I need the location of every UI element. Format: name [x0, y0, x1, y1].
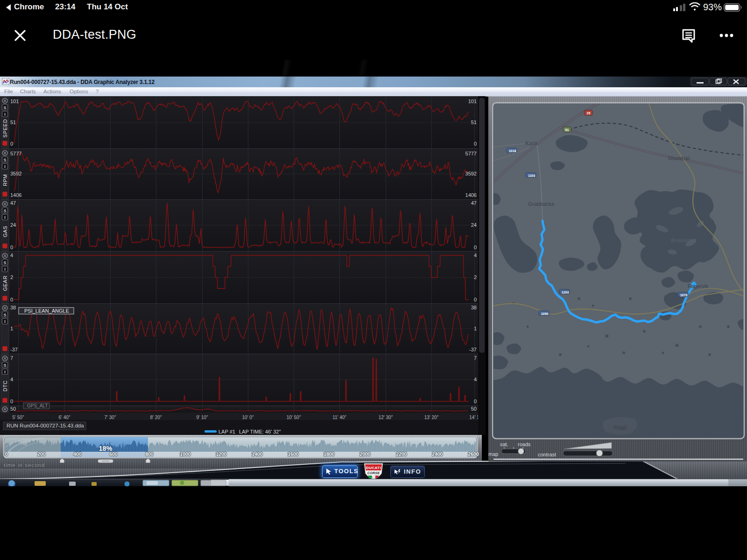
- svg-text:1: 1: [474, 326, 477, 331]
- svg-text:I: I: [4, 370, 6, 374]
- svg-text:1200: 1200: [216, 451, 227, 457]
- svg-text:GPS_ALT: GPS_ALT: [27, 403, 48, 408]
- svg-text:2400: 2400: [432, 451, 443, 457]
- svg-text:Fagervik: Fagervik: [688, 283, 708, 289]
- svg-text:24: 24: [471, 222, 477, 228]
- svg-text:1103: 1103: [528, 174, 535, 177]
- svg-text:0: 0: [10, 399, 13, 404]
- svg-text:I: I: [4, 319, 6, 324]
- svg-text:7: 7: [10, 355, 13, 361]
- svg-text:1600: 1600: [288, 451, 299, 457]
- svg-text:-37: -37: [469, 347, 477, 352]
- svg-text:4: 4: [10, 377, 13, 382]
- svg-text:LAP TIME: 46' 32″: LAP TIME: 46' 32″: [239, 429, 281, 434]
- svg-text:18%: 18%: [99, 445, 112, 452]
- svg-text:DTC: DTC: [2, 380, 8, 392]
- svg-text:Rågö: Rågö: [614, 425, 627, 430]
- svg-text:SPEED: SPEED: [2, 119, 8, 138]
- svg-text:sat.: sat.: [500, 441, 508, 447]
- svg-text:I: I: [4, 164, 6, 169]
- svg-text:S: S: [3, 209, 6, 213]
- svg-text:I: I: [4, 215, 6, 220]
- svg-text:S: S: [3, 313, 6, 317]
- svg-text:1203: 1203: [562, 291, 569, 294]
- svg-text:51: 51: [10, 119, 16, 125]
- svg-text:0: 0: [474, 399, 477, 404]
- svg-text:1406: 1406: [10, 192, 21, 198]
- svg-text:38: 38: [10, 305, 16, 310]
- svg-text:1070: 1070: [680, 294, 688, 297]
- svg-text:map: map: [488, 451, 498, 457]
- svg-text:6' 40″: 6' 40″: [59, 415, 70, 420]
- svg-text:51: 51: [565, 128, 569, 132]
- svg-text:12' 30″: 12' 30″: [379, 415, 393, 420]
- svg-text:0: 0: [474, 297, 477, 302]
- svg-text:4: 4: [10, 252, 13, 258]
- svg-text:0: 0: [474, 141, 477, 147]
- svg-text:7' 30″: 7' 30″: [105, 415, 116, 420]
- svg-text:0: 0: [10, 297, 13, 302]
- svg-text:101: 101: [468, 98, 477, 104]
- svg-text:47: 47: [471, 200, 477, 206]
- svg-text:GAS: GAS: [2, 226, 8, 238]
- svg-text:PSI_LEAN_ANGLE: PSI_LEAN_ANGLE: [24, 308, 69, 314]
- svg-text:S: S: [3, 105, 6, 110]
- svg-text:S: S: [3, 158, 6, 162]
- svg-text:10' 0″: 10' 0″: [242, 415, 254, 420]
- svg-text:0: 0: [10, 245, 13, 250]
- svg-text:0: 0: [474, 245, 477, 250]
- svg-text:Brukträsket: Brukträsket: [671, 238, 696, 243]
- svg-text:4: 4: [474, 377, 477, 382]
- svg-text:1400: 1400: [252, 451, 263, 457]
- svg-text:101: 101: [10, 98, 19, 104]
- svg-text:3592: 3592: [465, 171, 477, 176]
- svg-text:DUCATI: DUCATI: [366, 466, 381, 470]
- svg-text:50: 50: [10, 406, 16, 412]
- svg-text:5777: 5777: [10, 151, 21, 156]
- svg-text:Grabbacka: Grabbacka: [528, 201, 555, 207]
- svg-text:4: 4: [474, 252, 477, 258]
- svg-text:2200: 2200: [396, 451, 407, 457]
- svg-text:1: 1: [10, 326, 13, 331]
- svg-text:1000: 1000: [180, 451, 191, 457]
- svg-text:800: 800: [145, 451, 154, 457]
- svg-text:1406: 1406: [465, 192, 477, 198]
- svg-text:RPM: RPM: [2, 174, 8, 186]
- svg-text:47: 47: [10, 200, 16, 206]
- svg-text:S: S: [3, 363, 6, 368]
- svg-text:8' 20″: 8' 20″: [150, 415, 162, 420]
- svg-text:11' 40″: 11' 40″: [332, 415, 346, 420]
- svg-text:9' 10″: 9' 10″: [197, 415, 208, 420]
- svg-text:200: 200: [37, 451, 46, 457]
- svg-text:25: 25: [587, 112, 591, 115]
- svg-text:CORSE: CORSE: [367, 471, 380, 475]
- svg-text:3592: 3592: [10, 171, 21, 176]
- svg-text:400: 400: [73, 451, 82, 457]
- svg-text:5777: 5777: [465, 151, 477, 156]
- svg-text:13' 20″: 13' 20″: [424, 415, 439, 420]
- svg-text:1018: 1018: [509, 149, 516, 153]
- svg-text:5' 50″: 5' 50″: [13, 415, 24, 420]
- svg-text:51: 51: [471, 119, 477, 125]
- svg-text:RUN Run004-000727-15.43.dda: RUN Run004-000727-15.43.dda: [7, 423, 84, 428]
- svg-text:roads: roads: [518, 441, 531, 447]
- svg-text:contrast: contrast: [538, 452, 556, 457]
- svg-text:24: 24: [10, 222, 16, 228]
- svg-text:50: 50: [471, 406, 477, 412]
- svg-text:I: I: [4, 267, 6, 272]
- svg-text:0: 0: [5, 451, 8, 457]
- svg-text:GEAR: GEAR: [2, 275, 8, 291]
- svg-text:LAP #1: LAP #1: [218, 429, 235, 434]
- svg-text:2000: 2000: [359, 451, 371, 457]
- svg-text:-37: -37: [10, 347, 18, 352]
- svg-text:38: 38: [471, 305, 477, 310]
- svg-text:S: S: [3, 260, 6, 265]
- svg-text:2: 2: [10, 274, 13, 280]
- svg-text:0: 0: [10, 141, 13, 147]
- svg-text:1800: 1800: [324, 451, 335, 457]
- svg-text:7: 7: [474, 355, 477, 361]
- svg-text:2600: 2600: [468, 451, 479, 457]
- svg-text:Grundsjö: Grundsjö: [668, 155, 690, 161]
- svg-text:1050: 1050: [541, 312, 549, 315]
- svg-text:I: I: [4, 112, 6, 117]
